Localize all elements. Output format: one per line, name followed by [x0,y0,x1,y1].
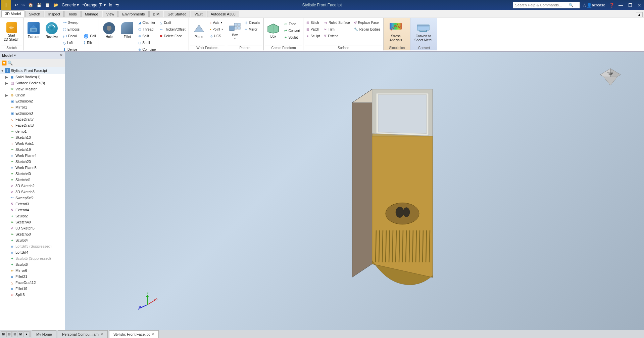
revolve-button[interactable]: Revolve [43,19,60,42]
chamfer-button[interactable]: ◢ Chamfer [137,19,157,26]
tree-item-sketch19[interactable]: ✏Sketch19 [0,146,65,153]
stitch-button[interactable]: ⊞ Stitch [305,19,321,26]
ribbon-minimize-button[interactable]: ▲ [636,12,643,17]
tree-item-facedraft12[interactable]: ◺FaceDraft12 [0,280,65,286]
params-button[interactable]: ⇆ [114,2,120,8]
tree-item-solid-bodies[interactable]: ▶ ◼ Solid Bodies(1) [0,74,65,80]
split-button[interactable]: ⊕ Split [137,33,157,39]
combine-button[interactable]: ⊕ Combine [137,46,157,52]
extend-button[interactable]: ⇱ Extend [322,33,351,39]
tree-item-surface-bodies[interactable]: ▶ ◫ Surface Bodies(8) [0,80,65,86]
extrude-button[interactable]: Extrude [25,19,42,42]
star-button[interactable]: ☆ [583,3,587,8]
tab-my-home[interactable]: My Home [32,330,56,338]
generic-dropdown[interactable]: Generic ▾ [60,2,80,8]
filter-button[interactable]: 🔽 [1,60,7,66]
coil-button[interactable]: 🌀 Coil [82,33,97,39]
model-panel-dropdown[interactable]: ▾ [14,53,16,57]
restore-button[interactable]: ❐ [626,2,635,8]
emboss-button[interactable]: ⬡ Emboss [61,26,81,33]
panel-resize-handle[interactable] [63,52,65,330]
status-view-btn-1[interactable]: ⊞ [1,331,6,337]
help-button[interactable]: ❓ [608,3,616,8]
viewcube[interactable]: TOP [597,58,624,85]
status-view-btn-3[interactable]: ⊞ [12,331,17,337]
viewport[interactable]: X Y Z TOP [65,52,644,330]
derive-button[interactable]: ⬇ Derive [61,46,81,52]
fx-button[interactable]: fx [108,2,113,8]
tree-item-work-plane4[interactable]: ◇Work Plane4 [0,153,65,159]
tree-item-3d-sketch5[interactable]: ✐3D Sketch5 [0,225,65,231]
tab-stylistic-front-face[interactable]: Stylistic Front Face.ipt ✕ [109,330,159,338]
tree-item-loftsrf4[interactable]: ◈LoftSrf4 [0,249,65,255]
tree-item-3d-sketch3[interactable]: ✐3D Sketch3 [0,189,65,195]
tree-item-mirror6[interactable]: ⇔Mirror6 [0,267,65,273]
tree-item-facedraft7[interactable]: ◺FaceDraft7 [0,116,65,122]
tree-item-work-axis1[interactable]: ↕Work Axis1 [0,140,65,146]
close-button[interactable]: ✕ [635,2,644,8]
loft-button[interactable]: ◇ Loft [61,40,81,46]
open-button[interactable]: 📂 [52,2,60,8]
user-icon[interactable]: 👤 [587,3,592,8]
home-button[interactable]: 🏠 [27,2,35,8]
tree-item-sculpt4[interactable]: ✦Sculpt4 [0,237,65,243]
trim-button[interactable]: ✂ Trim [322,26,351,33]
decal-button[interactable]: 🏷 Decal [61,33,81,39]
sweep-button[interactable]: 〜 Sweep [61,19,81,26]
replace-face-button[interactable]: ↺ Replace Face [352,19,382,26]
tree-item-sketch49[interactable]: ✏Sketch49 [0,219,65,225]
tab-autodesk-360[interactable]: Autodesk A360 [207,11,239,17]
tab-environments[interactable]: Environments [118,11,148,17]
thicken-offset-button[interactable]: ⇔ Thicken/Offset [158,26,187,33]
model-panel-close[interactable]: ✕ [60,53,63,57]
redo-button[interactable]: ↪ [20,2,26,8]
search-tree-button[interactable]: 🔍 [7,60,13,66]
tree-item-sketch40[interactable]: ✏Sketch40 [0,171,65,177]
tab-manage[interactable]: Manage [81,11,102,17]
tab-view[interactable]: View [103,11,118,17]
sculpt-surface-button[interactable]: ✦ Sculpt [305,33,321,39]
convert-to-sheet-metal-button[interactable]: Convert toSheet Metal [412,20,434,43]
tree-item-mirror1[interactable]: ⇔Mirror1 [0,104,65,110]
tab-sketch[interactable]: Sketch [25,11,44,17]
tab-stylistic-front-face-close[interactable]: ✕ [152,333,154,336]
tree-item-sculpt5[interactable]: ✦Sculpt5 (Suppressed) [0,255,65,261]
tab-3d-model[interactable]: 3D Model [1,10,24,17]
delete-face-button[interactable]: ✖ Delete Face [158,33,187,39]
point-button[interactable]: • Point ▾ [208,26,225,33]
convert-cf-button[interactable]: ⇄ Convert [283,28,302,34]
tab-bim[interactable]: BIM [149,11,163,17]
patch-button[interactable]: ⊟ Patch [305,26,321,33]
tab-tools[interactable]: Tools [64,11,81,17]
tab-inspect[interactable]: Inspect [45,11,64,17]
box-button[interactable]: Box ▾ [228,19,242,42]
mirror-button[interactable]: ⇔ Mirror [243,26,262,33]
freeform-box-button[interactable]: Box [265,20,281,40]
box-dropdown[interactable]: ▾ [234,37,236,40]
tree-item-root[interactable]: ▼ I Stylistic Front Face.ipt [0,67,65,74]
tree-item-extend4[interactable]: ⇱Extend4 [0,207,65,213]
tree-item-facedraft8[interactable]: ◺FaceDraft8 [0,122,65,128]
tree-item-split6[interactable]: ⊕Split6 [0,292,65,298]
tree-item-extrusion3[interactable]: ▣Extrusion3 [0,110,65,116]
tree-item-loftsrf3[interactable]: ◈LoftSrf3 (Suppressed) [0,243,65,249]
shell-button[interactable]: ◻ Shell [137,40,157,46]
status-view-btn-4[interactable]: ⊠ [18,331,23,337]
tab-vault[interactable]: Vault [191,11,206,17]
sculpt-cf-button[interactable]: ✦ Sculpt [283,34,302,41]
face-cf-button[interactable]: ▭ Face [283,21,302,27]
search-box[interactable]: 🔍 [513,2,580,8]
tree-item-extrusion2[interactable]: ▣Extrusion2 [0,98,65,104]
tab-personal-computer-close[interactable]: ✕ [101,333,103,336]
tree-item-3d-sketch2[interactable]: ✐3D Sketch2 [0,183,65,189]
tree-item-fillet21[interactable]: ◙Fillet21 [0,273,65,280]
axis-button[interactable]: ↕ Axis ▾ [208,19,225,26]
tree-item-extend3[interactable]: ⇱Extend3 [0,201,65,207]
tree-item-sketch20[interactable]: ✏Sketch20 [0,159,65,165]
rib-button[interactable]: ⌇ Rib [82,40,97,46]
tree-item-sketch50[interactable]: ✏Sketch50 [0,231,65,237]
tree-item-view-master[interactable]: 👁 View: Master [0,86,65,92]
tab-personal-computer[interactable]: Personal Compu...iam ✕ [58,330,108,338]
orange-dropdown[interactable]: *Orange (P ▾ [81,2,107,8]
axis-dropdown-icon[interactable]: ▾ [221,21,222,24]
